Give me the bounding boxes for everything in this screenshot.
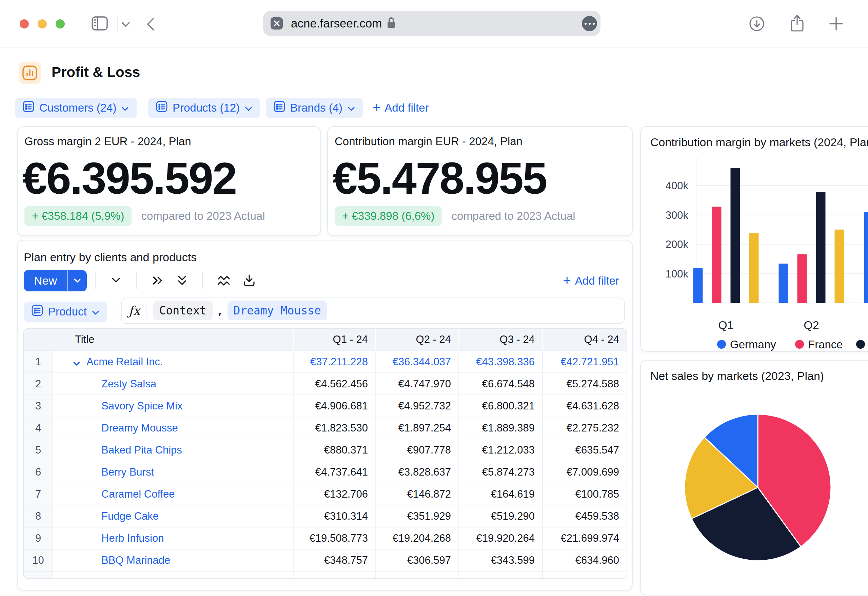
row-number[interactable]: 8 <box>24 505 53 527</box>
table-header-row: Title Q1 - 24 Q2 - 24 Q3 - 24 Q4 - 24 <box>24 329 627 351</box>
row-number[interactable]: 4 <box>24 417 53 439</box>
filter-chip-label: Products (12) <box>173 101 240 114</box>
filter-chip-brands[interactable]: Brands (4) <box>266 98 363 118</box>
cell-value[interactable]: €310.314 <box>293 505 376 527</box>
share-icon[interactable] <box>789 14 806 34</box>
cell-value[interactable]: €21.699.974 <box>542 527 627 549</box>
header-q2[interactable]: Q2 - 24 <box>376 329 459 351</box>
autofit-icon[interactable] <box>217 274 231 287</box>
header-title[interactable]: Title <box>53 329 293 351</box>
cell-value[interactable]: €1.889.389 <box>459 417 542 439</box>
formula-token[interactable]: Dreamy Mousse <box>227 301 327 320</box>
url-bar[interactable]: acne.farseer.com <box>263 11 601 36</box>
expand-rows-icon[interactable] <box>176 274 188 287</box>
header-q4[interactable]: Q4 - 24 <box>542 329 627 351</box>
cell-value[interactable]: €5.874.273 <box>459 461 542 483</box>
cell-value[interactable]: €351.929 <box>376 505 459 527</box>
cell-value[interactable]: €100.785 <box>542 483 627 505</box>
cell-value[interactable]: €2.275.232 <box>542 417 627 439</box>
table-add-filter-button[interactable]: + Add filter <box>563 274 619 287</box>
filter-chip-customers[interactable]: Customers (24) <box>15 98 137 118</box>
new-button[interactable]: New <box>24 270 87 291</box>
cell-value[interactable]: €6.800.321 <box>459 395 542 417</box>
window-zoom-button[interactable] <box>56 19 65 28</box>
row-title-link[interactable]: Herb Infusion <box>101 532 164 544</box>
row-number[interactable]: 3 <box>24 395 53 417</box>
cell-value[interactable]: €4.737.641 <box>293 461 376 483</box>
cell-value[interactable]: €4.631.628 <box>542 395 627 417</box>
cell-value[interactable]: €1.823.530 <box>293 417 376 439</box>
formula-token[interactable]: , <box>216 301 224 320</box>
cell-value[interactable]: €4.562.456 <box>293 373 376 395</box>
expand-columns-icon[interactable] <box>151 274 164 287</box>
cell-value[interactable]: €343.599 <box>459 549 542 571</box>
row-title-link[interactable]: Caramel Coffee <box>101 488 175 500</box>
cell-value[interactable]: €4.952.732 <box>376 395 459 417</box>
product-dimension-chip[interactable]: Product <box>24 302 107 322</box>
row-title-link[interactable]: Savory Spice Mix <box>101 400 182 412</box>
row-title-link[interactable]: Acme Retail Inc. <box>86 356 163 368</box>
cell-value[interactable]: €37.211.228 <box>293 351 376 373</box>
cell-value[interactable]: €7.009.699 <box>542 461 627 483</box>
row-title-cell: Caramel Coffee <box>53 483 293 505</box>
cell-value[interactable]: €19.920.264 <box>459 527 542 549</box>
cell-value[interactable]: €19.204.268 <box>376 527 459 549</box>
cell-value[interactable]: €42.721.951 <box>542 351 627 373</box>
cell-value[interactable]: €880.371 <box>293 439 376 461</box>
url-more-button[interactable] <box>582 16 597 31</box>
row-title-cell: Dreamy Mousse <box>53 417 293 439</box>
formula-token[interactable]: Context <box>153 301 213 320</box>
header-q3[interactable]: Q3 - 24 <box>459 329 542 351</box>
cell-value[interactable]: €519.290 <box>459 505 542 527</box>
cell-value[interactable]: €459.538 <box>542 505 627 527</box>
window-minimize-button[interactable] <box>38 19 47 28</box>
row-title-link[interactable]: BBQ Marinade <box>101 554 170 566</box>
row-number[interactable]: 9 <box>24 527 53 549</box>
header-q1[interactable]: Q1 - 24 <box>293 329 376 351</box>
cell-value[interactable]: €634.960 <box>542 549 627 571</box>
cell-value[interactable]: €907.778 <box>376 439 459 461</box>
cell-value[interactable]: €19.508.773 <box>293 527 376 549</box>
row-expand-chevron-icon[interactable] <box>72 356 86 368</box>
new-dropdown-arrow[interactable] <box>67 270 87 291</box>
cell-value[interactable]: €306.597 <box>376 549 459 571</box>
cell-value[interactable]: €1.897.254 <box>376 417 459 439</box>
new-tab-icon[interactable] <box>829 16 844 33</box>
row-number[interactable]: 10 <box>24 549 53 571</box>
cell-value[interactable]: €348.757 <box>293 549 376 571</box>
row-title-link[interactable]: Berry Burst <box>101 466 154 478</box>
row-number[interactable]: 6 <box>24 461 53 483</box>
cell-value[interactable]: €6.674.548 <box>459 373 542 395</box>
row-title-link[interactable]: Fudge Cake <box>101 510 159 522</box>
cell-value[interactable]: €43.398.336 <box>459 351 542 373</box>
formula-bar[interactable]: ƒx Context,Dreamy Mousse <box>121 297 625 324</box>
back-button-icon[interactable] <box>145 16 156 33</box>
cell-value[interactable]: €132.706 <box>293 483 376 505</box>
cell-value[interactable]: €164.619 <box>459 483 542 505</box>
window-close-button[interactable] <box>20 19 29 28</box>
row-number[interactable]: 5 <box>24 439 53 461</box>
filter-chip-products[interactable]: Products (12) <box>148 98 260 118</box>
cell-value[interactable]: €4.747.970 <box>376 373 459 395</box>
bar-chart-card: 100k200k300k400kQ1Q2Q3GermanyFrance Cont… <box>640 126 868 352</box>
collapse-row-icon[interactable] <box>109 276 123 285</box>
cell-value[interactable]: €146.872 <box>376 483 459 505</box>
row-title-link[interactable]: Baked Pita Chips <box>101 444 182 456</box>
cell-value[interactable]: €635.547 <box>542 439 627 461</box>
cell-value[interactable]: €1.212.033 <box>459 439 542 461</box>
row-title-link[interactable]: Dreamy Mousse <box>101 422 178 434</box>
cell-value[interactable]: €36.344.037 <box>376 351 459 373</box>
cell-value[interactable]: €3.828.637 <box>376 461 459 483</box>
sidebar-toggle-icon[interactable] <box>91 16 108 33</box>
row-number[interactable]: 2 <box>24 373 53 395</box>
table-row: 6Berry Burst€4.737.641€3.828.637€5.874.2… <box>24 461 627 483</box>
row-number[interactable]: 7 <box>24 483 53 505</box>
downloads-icon[interactable] <box>748 16 765 33</box>
cell-value[interactable]: €5.274.588 <box>542 373 627 395</box>
cell-value[interactable]: €4.906.681 <box>293 395 376 417</box>
download-table-icon[interactable] <box>242 274 256 287</box>
row-number[interactable]: 1 <box>24 351 53 373</box>
tab-chevron-icon[interactable] <box>121 21 131 29</box>
row-title-link[interactable]: Zesty Salsa <box>101 378 156 390</box>
add-filter-button[interactable]: + Add filter <box>373 98 429 118</box>
